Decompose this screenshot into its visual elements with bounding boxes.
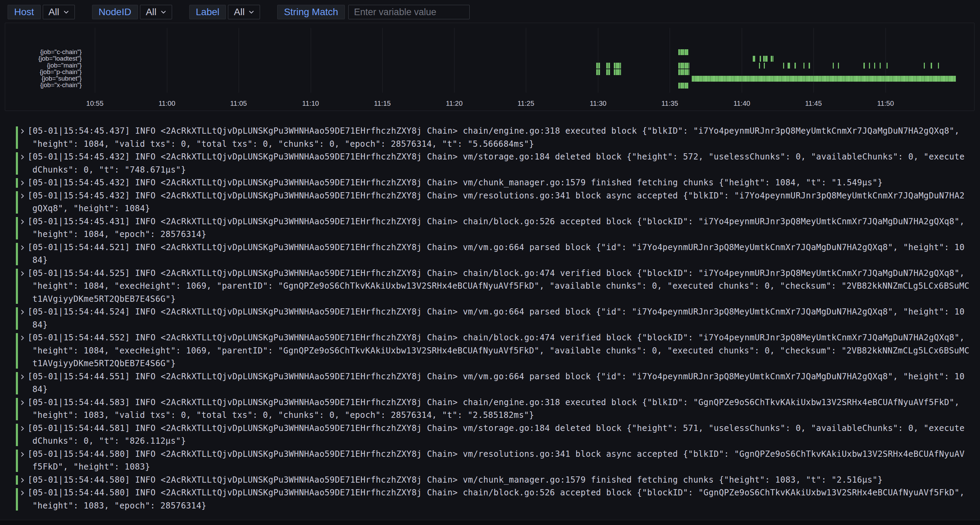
nodeid-variable-value: All <box>146 6 157 17</box>
log-volume-bar <box>614 69 621 75</box>
log-volume-bar <box>864 63 864 68</box>
series-label: {job="subnet"} <box>5 75 82 82</box>
log-row[interactable]: [05-01|15:54:45.432] INFO <2AcRkXTLLtQjv… <box>16 151 980 176</box>
x-gridline <box>454 28 455 93</box>
log-line: [05-01|15:54:44.552] INFO <2AcRkXTLLtQjv… <box>28 331 980 344</box>
string-match-input[interactable] <box>348 5 470 19</box>
nodeid-variable-dropdown[interactable]: All <box>140 5 172 19</box>
log-line: [05-01|15:54:44.581] INFO <2AcRkXTLLtQjv… <box>28 422 980 435</box>
expand-chevron-icon[interactable] <box>20 244 24 251</box>
log-row[interactable]: [05-01|15:54:44.580] INFO <2AcRkXTLLtQjv… <box>16 448 980 474</box>
x-gridline <box>526 28 526 93</box>
log-volume-bar <box>771 56 773 62</box>
log-row[interactable]: [05-01|15:54:45.431] INFO <2AcRkXTLLtQjv… <box>16 215 980 241</box>
log-row[interactable]: [05-01|15:54:44.583] INFO <2AcRkXTLLtQjv… <box>16 396 980 422</box>
log-row[interactable]: [05-01|15:54:44.581] INFO <2AcRkXTLLtQjv… <box>16 422 980 448</box>
log-row[interactable]: [05-01|15:54:45.432] INFO <2AcRkXTLLtQjv… <box>16 176 980 189</box>
log-line: [05-01|15:54:44.521] INFO <2AcRkXTLLtQjv… <box>28 241 980 254</box>
expand-chevron-icon[interactable] <box>20 179 24 186</box>
x-axis-tick-label: 11:10 <box>302 100 319 108</box>
log-volume-bar <box>678 82 688 89</box>
log-row[interactable]: [05-01|15:54:44.521] INFO <2AcRkXTLLtQjv… <box>16 241 980 267</box>
log-row[interactable]: [05-01|15:54:44.580] INFO <2AcRkXTLLtQjv… <box>16 474 980 487</box>
log-volume-bar <box>753 56 755 62</box>
log-row[interactable]: [05-01|15:54:45.432] INFO <2AcRkXTLLtQjv… <box>16 189 980 215</box>
log-line-continuation: gQXq8", "height": 1084} <box>28 202 980 215</box>
expand-chevron-icon[interactable] <box>20 128 24 135</box>
chevron-down-icon <box>249 10 254 14</box>
log-row[interactable]: [05-01|15:54:44.552] INFO <2AcRkXTLLtQjv… <box>16 331 980 370</box>
nodeid-variable-label: NodeID <box>92 5 138 19</box>
x-gridline <box>95 28 95 93</box>
log-rows: [05-01|15:54:45.437] INFO <2AcRkXTLLtQjv… <box>16 125 980 512</box>
log-volume-bar <box>794 63 795 68</box>
log-line-continuation: "height": 1084, "epoch": 28576314} <box>28 228 980 241</box>
chevron-down-icon <box>64 10 69 14</box>
log-line: [05-01|15:54:44.580] INFO <2AcRkXTLLtQjv… <box>28 487 980 500</box>
x-axis-tick-label: 11:05 <box>230 100 247 108</box>
x-gridline <box>598 28 598 93</box>
string-match-label: String Match <box>277 5 344 19</box>
log-line: [05-01|15:54:44.580] INFO <2AcRkXTLLtQjv… <box>28 448 980 461</box>
series-labels: {job="c-chain"}{job="loadtest"}{job="mai… <box>5 49 82 89</box>
log-line: [05-01|15:54:44.551] INFO <2AcRkXTLLtQjv… <box>28 370 980 384</box>
log-volume-bar <box>869 63 870 68</box>
x-axis-tick-label: 10:55 <box>86 100 103 108</box>
expand-chevron-icon[interactable] <box>20 373 24 380</box>
log-row[interactable]: [05-01|15:54:45.437] INFO <2AcRkXTLLtQjv… <box>16 125 980 151</box>
log-volume-bar <box>692 76 956 82</box>
log-volume-bar <box>760 56 761 62</box>
log-volume-bar <box>924 63 925 68</box>
log-line: [05-01|15:54:45.437] INFO <2AcRkXTLLtQjv… <box>28 125 980 138</box>
log-row[interactable]: [05-01|15:54:44.525] INFO <2AcRkXTLLtQjv… <box>16 267 980 306</box>
expand-chevron-icon[interactable] <box>20 399 24 406</box>
x-axis-tick-label: 11:15 <box>374 100 391 108</box>
host-variable-label: Host <box>8 5 41 19</box>
log-line: [05-01|15:54:45.432] INFO <2AcRkXTLLtQjv… <box>28 176 980 189</box>
log-line-continuation: 84} <box>28 319 980 332</box>
expand-chevron-icon[interactable] <box>20 477 24 484</box>
expand-chevron-icon[interactable] <box>20 154 24 160</box>
expand-chevron-icon[interactable] <box>20 219 24 225</box>
log-volume-bar <box>596 63 600 68</box>
variable-string-match: String Match <box>277 5 469 19</box>
label-variable-dropdown[interactable]: All <box>228 5 260 19</box>
expand-chevron-icon[interactable] <box>20 425 24 432</box>
log-line-continuation: 84} <box>28 383 980 396</box>
log-line-continuation: t1AVgiyyDKme5RT2QbEB7E4S6G"} <box>28 357 980 370</box>
log-line: [05-01|15:54:44.524] INFO <2AcRkXTLLtQjv… <box>28 306 980 319</box>
log-volume-bar <box>809 63 810 68</box>
log-row[interactable]: [05-01|15:54:44.551] INFO <2AcRkXTLLtQjv… <box>16 370 980 396</box>
expand-chevron-icon[interactable] <box>20 490 24 496</box>
expand-chevron-icon[interactable] <box>20 335 24 341</box>
log-line-continuation: "height": 1084, "valid txs": 0, "total t… <box>28 138 980 151</box>
expand-chevron-icon[interactable] <box>20 309 24 316</box>
variable-nodeid: NodeID All <box>92 5 172 19</box>
log-volume-bar <box>764 63 765 68</box>
log-line-continuation: f5FkD", "height": 1083} <box>28 461 980 474</box>
log-line-continuation: "height": 1083, "epoch": 28576314} <box>28 500 980 512</box>
log-row[interactable]: [05-01|15:54:44.580] INFO <2AcRkXTLLtQjv… <box>16 487 980 512</box>
log-line: [05-01|15:54:44.525] INFO <2AcRkXTLLtQjv… <box>28 267 980 280</box>
log-line-continuation: dChunks": 0, "t": "748.671µs"} <box>28 163 980 177</box>
host-variable-dropdown[interactable]: All <box>43 5 75 19</box>
expand-chevron-icon[interactable] <box>20 270 24 277</box>
x-axis-tick-label: 11:30 <box>590 100 606 108</box>
x-gridline <box>813 28 814 93</box>
series-label: {job="x-chain"} <box>5 82 82 88</box>
log-volume-bar <box>678 63 689 68</box>
log-volume-panel: {job="c-chain"}{job="loadtest"}{job="mai… <box>5 23 974 111</box>
log-line: [05-01|15:54:45.432] INFO <2AcRkXTLLtQjv… <box>28 189 980 203</box>
log-row[interactable]: [05-01|15:54:44.524] INFO <2AcRkXTLLtQjv… <box>16 306 980 331</box>
expand-chevron-icon[interactable] <box>20 451 24 458</box>
bottom-scrollbar[interactable] <box>0 520 980 525</box>
expand-chevron-icon[interactable] <box>20 193 24 200</box>
log-volume-bar <box>938 63 939 68</box>
log-line-continuation: 84} <box>28 254 980 267</box>
log-volume-bar <box>931 63 932 68</box>
log-line-continuation: t1AVgiyyDKme5RT2QbEB7E4S6G"} <box>28 293 980 306</box>
log-volume-bar <box>833 63 834 68</box>
x-axis-tick-label: 11:35 <box>661 100 678 108</box>
log-volume-bar <box>763 56 768 62</box>
x-axis-tick-label: 11:25 <box>518 100 535 108</box>
